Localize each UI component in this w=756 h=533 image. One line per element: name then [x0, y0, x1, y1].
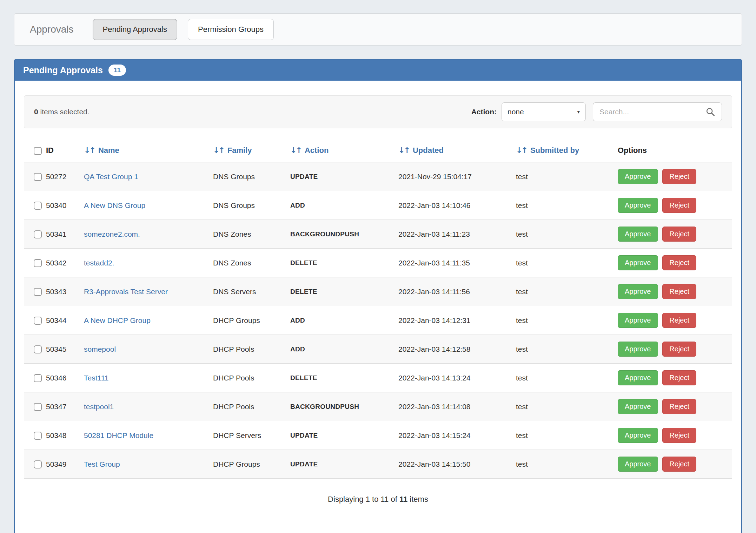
- row-name-link[interactable]: QA Test Group 1: [84, 173, 138, 181]
- row-family: DHCP Pools: [213, 335, 290, 364]
- row-checkbox-cell: [24, 191, 46, 220]
- row-submitted-by: test: [516, 220, 618, 249]
- row-name-link[interactable]: Test111: [84, 374, 108, 382]
- approve-button[interactable]: Approve: [618, 169, 658, 184]
- row-id: 50349: [46, 450, 84, 479]
- row-checkbox-cell: [24, 249, 46, 277]
- reject-button[interactable]: Reject: [662, 457, 696, 472]
- row-options-cell: Approve Reject: [618, 364, 732, 392]
- row-family: DNS Zones: [213, 220, 290, 249]
- row-id: 50348: [46, 421, 84, 450]
- table-row: 50348 50281 DHCP Module DHCP Servers UPD…: [24, 421, 732, 450]
- table-row: 50346 Test111 DHCP Pools DELETE 2022-Jan…: [24, 364, 732, 392]
- row-name-cell: Test111: [84, 364, 213, 392]
- row-family: DHCP Servers: [213, 421, 290, 450]
- search-group: [593, 102, 722, 121]
- row-name-cell: A New DHCP Group: [84, 306, 213, 335]
- panel-title: Pending Approvals: [23, 65, 103, 75]
- reject-button[interactable]: Reject: [662, 399, 696, 414]
- row-name-link[interactable]: testadd2.: [84, 259, 114, 267]
- row-action: ADD: [290, 191, 398, 220]
- row-name-cell: somepool: [84, 335, 213, 364]
- column-header-label: Name: [98, 146, 119, 155]
- reject-button[interactable]: Reject: [662, 284, 696, 299]
- row-family: DNS Groups: [213, 162, 290, 191]
- reject-button[interactable]: Reject: [662, 313, 696, 328]
- row-name-link[interactable]: 50281 DHCP Module: [84, 431, 153, 439]
- tab-permission-groups[interactable]: Permission Groups: [188, 19, 274, 40]
- select-all-checkbox[interactable]: [34, 147, 42, 155]
- row-checkbox[interactable]: [34, 403, 42, 411]
- row-action: BACKGROUNDPUSH: [290, 392, 398, 421]
- column-header-submitted-by[interactable]: ↓↑Submitted by: [516, 146, 618, 162]
- reject-button[interactable]: Reject: [662, 198, 696, 213]
- row-action: UPDATE: [290, 421, 398, 450]
- row-id: 50342: [46, 249, 84, 277]
- action-label: Action:: [471, 108, 497, 116]
- column-header-updated[interactable]: ↓↑Updated: [398, 146, 516, 162]
- search-input[interactable]: [593, 102, 699, 121]
- approve-button[interactable]: Approve: [618, 399, 658, 414]
- reject-button[interactable]: Reject: [662, 370, 696, 385]
- reject-button[interactable]: Reject: [662, 255, 696, 270]
- approve-button[interactable]: Approve: [618, 198, 658, 213]
- row-checkbox[interactable]: [34, 259, 42, 267]
- row-family: DHCP Groups: [213, 306, 290, 335]
- approve-button[interactable]: Approve: [618, 313, 658, 328]
- row-name-link[interactable]: somepool: [84, 345, 116, 353]
- pagination-suffix: items: [407, 495, 428, 504]
- row-name-cell: testadd2.: [84, 249, 213, 277]
- reject-button[interactable]: Reject: [662, 428, 696, 443]
- row-name-cell: somezone2.com.: [84, 220, 213, 249]
- row-checkbox[interactable]: [34, 374, 42, 382]
- row-checkbox[interactable]: [34, 288, 42, 296]
- row-checkbox-cell: [24, 306, 46, 335]
- row-checkbox[interactable]: [34, 317, 42, 325]
- row-checkbox[interactable]: [34, 173, 42, 181]
- row-name-cell: QA Test Group 1: [84, 162, 213, 191]
- column-header-label: Action: [305, 146, 329, 155]
- row-checkbox[interactable]: [34, 230, 42, 238]
- reject-button[interactable]: Reject: [662, 342, 696, 357]
- approve-button[interactable]: Approve: [618, 428, 658, 443]
- column-header-family[interactable]: ↓↑Family: [213, 146, 290, 162]
- table-row: 50272 QA Test Group 1 DNS Groups UPDATE …: [24, 162, 732, 191]
- approve-button[interactable]: Approve: [618, 255, 658, 270]
- action-select-value: none: [508, 108, 524, 116]
- row-name-link[interactable]: testpool1: [84, 403, 114, 411]
- approve-button[interactable]: Approve: [618, 457, 658, 472]
- row-checkbox[interactable]: [34, 460, 42, 468]
- row-family: DNS Groups: [213, 191, 290, 220]
- row-submitted-by: test: [516, 364, 618, 392]
- row-name-cell: testpool1: [84, 392, 213, 421]
- row-name-link[interactable]: somezone2.com.: [84, 230, 140, 238]
- row-action: ADD: [290, 306, 398, 335]
- column-header-id: ID: [46, 146, 84, 162]
- row-name-link[interactable]: A New DHCP Group: [84, 316, 151, 324]
- row-updated: 2022-Jan-03 14:15:50: [398, 450, 516, 479]
- panel-header: Pending Approvals 11: [15, 60, 741, 81]
- approve-button[interactable]: Approve: [618, 284, 658, 299]
- reject-button[interactable]: Reject: [662, 227, 696, 242]
- row-name-link[interactable]: Test Group: [84, 460, 120, 468]
- search-button[interactable]: [699, 102, 722, 121]
- row-id: 50340: [46, 191, 84, 220]
- row-action: UPDATE: [290, 450, 398, 479]
- row-action: DELETE: [290, 277, 398, 306]
- action-select[interactable]: none ▾: [502, 102, 586, 121]
- row-name-link[interactable]: A New DNS Group: [84, 201, 145, 209]
- column-header-name[interactable]: ↓↑Name: [84, 146, 213, 162]
- row-checkbox[interactable]: [34, 345, 42, 353]
- tab-pending-approvals[interactable]: Pending Approvals: [93, 19, 177, 40]
- approve-button[interactable]: Approve: [618, 342, 658, 357]
- approve-button[interactable]: Approve: [618, 227, 658, 242]
- row-family: DHCP Pools: [213, 364, 290, 392]
- column-header-action[interactable]: ↓↑Action: [290, 146, 398, 162]
- pagination-status: Displaying 1 to 11 of 11 items: [24, 495, 732, 504]
- row-checkbox[interactable]: [34, 202, 42, 210]
- reject-button[interactable]: Reject: [662, 169, 696, 184]
- row-name-link[interactable]: R3-Approvals Test Server: [84, 288, 168, 296]
- row-checkbox[interactable]: [34, 432, 42, 440]
- approvals-table-wrap: ID ↓↑Name ↓↑Family ↓↑Action ↓↑Updated ↓↑…: [24, 146, 732, 504]
- approve-button[interactable]: Approve: [618, 370, 658, 385]
